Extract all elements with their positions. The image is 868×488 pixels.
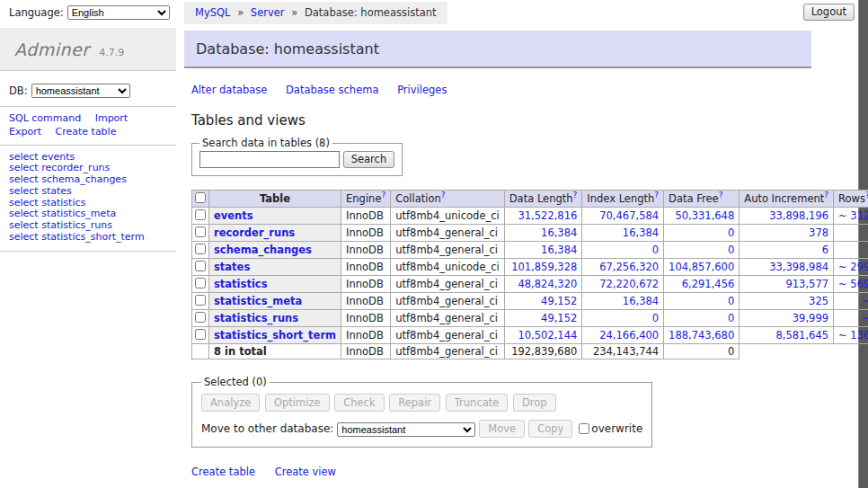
column-header-table: Table (209, 191, 341, 208)
table-link-statistics-meta[interactable]: statistics_meta (214, 295, 302, 307)
help-link[interactable]: ? (381, 191, 385, 200)
index-length-cell: 16,384 (582, 293, 664, 310)
sidebar-select-statistics-link[interactable]: select statistics (9, 197, 85, 209)
create-view-link[interactable]: Create view (275, 466, 336, 478)
data-free-cell: 0 (664, 293, 740, 310)
auto-increment-cell: 33,398,984 (740, 259, 834, 276)
sidebar-select-schema-changes-link[interactable]: select schema_changes (9, 173, 127, 185)
sidebar-export-link[interactable]: Export (9, 126, 41, 138)
collation-cell: utf8mb4_general_ci (391, 276, 505, 293)
row-checkbox[interactable] (195, 312, 206, 323)
row-checkbox[interactable] (195, 226, 206, 237)
table-link-states[interactable]: states (214, 261, 250, 273)
column-label: Collation (395, 192, 441, 205)
rows-cell: ~ 136,108 (834, 327, 868, 344)
help-link[interactable]: ? (824, 191, 828, 200)
breadcrumb: MySQL » Server » Database: homeassistant (184, 2, 447, 24)
auto-increment-cell: 39,999 (740, 310, 834, 327)
row-checkbox[interactable] (195, 278, 206, 288)
move-database-select[interactable]: homeassistant (337, 422, 475, 437)
table-link-statistics[interactable]: statistics (214, 278, 268, 290)
table-row: statistics_runs InnoDB utf8mb4_general_c… (192, 310, 868, 327)
check-button[interactable]: Check (334, 394, 384, 412)
search-button[interactable]: Search (343, 151, 395, 168)
help-link[interactable]: ? (573, 191, 578, 200)
sidebar-select-statistics-meta-link[interactable]: select statistics_meta (9, 208, 116, 219)
column-label: Data Free (669, 192, 719, 205)
sidebar-select-recorder-runs-link[interactable]: select recorder_runs (9, 162, 110, 173)
create-table-link[interactable]: Create table (191, 466, 255, 478)
breadcrumb-separator: » (291, 6, 297, 19)
table-link-schema-changes[interactable]: schema_changes (214, 244, 312, 256)
table-link-recorder-runs[interactable]: recorder_runs (214, 226, 295, 239)
data-length-cell: 10,502,144 (504, 327, 582, 344)
logout-button[interactable]: Logout (803, 4, 855, 21)
breadcrumb-server-link[interactable]: Server (251, 6, 285, 19)
collation-cell: utf8mb4_general_ci (391, 293, 505, 310)
db-select[interactable]: homeassistant (31, 84, 130, 98)
sidebar-table-list: select events select recorder_runs selec… (0, 152, 176, 244)
table-link-events[interactable]: events (214, 209, 253, 222)
table-row: states InnoDB utf8mb4_unicode_ci 101,859… (192, 259, 868, 276)
language-select[interactable]: English (67, 5, 170, 20)
select-all-checkbox[interactable] (195, 192, 206, 203)
privileges-link[interactable]: Privileges (397, 84, 447, 96)
data-length-cell: 101,859,328 (504, 259, 582, 276)
row-checkbox[interactable] (195, 244, 206, 254)
help-link[interactable]: ? (654, 191, 659, 200)
selected-legend: Selected (0) (201, 376, 270, 388)
repair-button[interactable]: Repair (389, 394, 440, 412)
overwrite-checkbox[interactable] (579, 423, 589, 434)
engine-cell: InnoDB (341, 208, 391, 225)
move-button[interactable]: Move (479, 420, 525, 438)
copy-button[interactable]: Copy (528, 420, 572, 438)
overwrite-label: overwrite (591, 422, 642, 435)
sidebar-select-states-link[interactable]: select states (9, 185, 72, 197)
table-link-statistics-short-term[interactable]: statistics_short_term (214, 329, 336, 342)
drop-button[interactable]: Drop (513, 394, 556, 412)
collation-cell: utf8mb4_general_ci (391, 310, 505, 327)
row-checkbox[interactable] (195, 295, 206, 306)
row-checkbox-cell (192, 276, 209, 293)
sidebar-divider (0, 145, 176, 146)
data-length-cell: 16,384 (504, 242, 582, 259)
breadcrumb-mysql-link[interactable]: MySQL (195, 6, 231, 19)
selected-fieldset: Selected (0) Analyze Optimize Check Repa… (191, 376, 652, 448)
data-length-cell: 16,384 (504, 225, 582, 242)
tables-and-views-heading: Tables and views (191, 112, 859, 129)
engine-cell: InnoDB (341, 242, 391, 259)
search-input[interactable] (199, 151, 340, 168)
alter-database-link[interactable]: Alter database (191, 84, 267, 96)
help-link[interactable]: ? (441, 191, 446, 200)
breadcrumb-current: Database: homeassistant (305, 6, 437, 19)
main-content: Logout MySQL » Server » Database: homeas… (184, 0, 859, 488)
sidebar-select-events-link[interactable]: select events (9, 151, 75, 163)
overwrite-option: overwrite (579, 422, 642, 435)
row-checkbox[interactable] (195, 209, 206, 220)
index-length-cell: 0 (582, 242, 664, 259)
analyze-button[interactable]: Analyze (201, 394, 260, 412)
sidebar-sql-command-link[interactable]: SQL command (9, 112, 81, 124)
sidebar-import-link[interactable]: Import (95, 112, 128, 124)
engine-cell: InnoDB (341, 293, 391, 310)
row-checkbox[interactable] (195, 329, 206, 340)
row-checkbox-cell (192, 327, 209, 344)
database-schema-link[interactable]: Database schema (286, 84, 378, 96)
engine-cell: InnoDB (341, 225, 391, 242)
rows-cell: ~ 3 (834, 242, 868, 259)
optimize-button[interactable]: Optimize (265, 394, 330, 412)
auto-increment-cell: 6 (740, 242, 834, 259)
db-label: DB: (9, 84, 28, 97)
help-link[interactable]: ? (719, 191, 723, 200)
row-checkbox[interactable] (195, 261, 206, 271)
data-length-cell: 49,152 (504, 293, 582, 310)
column-header-collation: Collation? (391, 191, 505, 208)
sidebar-divider (0, 251, 176, 252)
tables-overview-table: Table Engine? Collation? Data Length? In… (191, 190, 868, 359)
sidebar-create-table-link[interactable]: Create table (56, 126, 117, 138)
sidebar-select-statistics-short-term-link[interactable]: select statistics_short_term (9, 231, 145, 243)
table-link-statistics-runs[interactable]: statistics_runs (214, 312, 298, 324)
index-length-cell: 72,220,672 (582, 276, 664, 293)
sidebar-select-statistics-runs-link[interactable]: select statistics_runs (9, 219, 112, 231)
truncate-button[interactable]: Truncate (446, 394, 509, 412)
